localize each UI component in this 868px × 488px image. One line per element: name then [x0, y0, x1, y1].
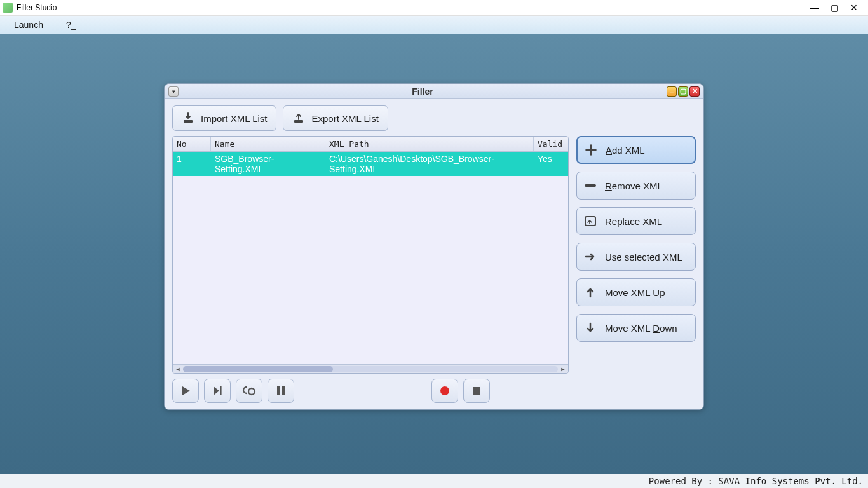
filler-window: ▾ Filler – ▢ ✕ Import XML List [164, 83, 704, 410]
col-no[interactable]: No [173, 137, 211, 151]
col-path[interactable]: XML Path [325, 137, 534, 151]
menu-help[interactable]: ?_ [66, 20, 76, 30]
window-minimize-button[interactable]: — [810, 3, 819, 13]
replace-xml-button[interactable]: Replace XML [576, 207, 696, 235]
cell-no: 1 [173, 152, 211, 176]
use-selected-xml-button[interactable]: Use selected XML [576, 243, 696, 271]
xml-table: No Name XML Path Valid 1 SGB_Browser-Set… [172, 136, 569, 374]
menu-launch[interactable]: Launch [14, 20, 43, 30]
cell-name: SGB_Browser-Setting.XML [211, 152, 325, 176]
svg-rect-5 [473, 387, 480, 395]
inner-close-button[interactable]: ✕ [689, 86, 700, 97]
svg-rect-1 [220, 386, 222, 395]
svg-rect-2 [277, 386, 280, 395]
add-xml-button[interactable]: Add XML [576, 136, 696, 164]
replace-xml-label: Replace XML [605, 216, 662, 227]
remove-xml-label: Remove XML [605, 180, 663, 191]
pause-button[interactable] [268, 379, 294, 403]
move-xml-down-button[interactable]: Move XML Down [576, 314, 696, 342]
export-xml-list-button[interactable]: Export XML List [283, 105, 388, 131]
arrow-right-icon [583, 250, 597, 264]
window-maximize-button[interactable]: ▢ [831, 3, 839, 13]
scroll-thumb[interactable] [183, 366, 333, 372]
move-down-label: Move XML Down [605, 323, 677, 334]
arrow-down-icon [583, 321, 597, 335]
svg-rect-3 [282, 386, 285, 395]
filler-title: Filler [179, 86, 667, 97]
col-valid[interactable]: Valid [534, 137, 568, 151]
move-xml-up-button[interactable]: Move XML Up [576, 278, 696, 306]
replace-icon [583, 214, 597, 228]
window-menu-icon[interactable]: ▾ [168, 86, 179, 97]
table-row[interactable]: 1 SGB_Browser-Setting.XML C:\Users\Ganes… [173, 152, 568, 176]
menubar: Launch ?_ [0, 16, 868, 34]
filler-titlebar[interactable]: ▾ Filler – ▢ ✕ [165, 84, 703, 99]
app-title: Filler Studio [17, 3, 57, 12]
scroll-left-icon[interactable]: ◄ [174, 365, 182, 373]
transport-bar [172, 379, 696, 403]
svg-point-4 [440, 386, 449, 395]
upload-icon [292, 112, 305, 125]
table-header: No Name XML Path Valid [173, 137, 568, 152]
status-text: Powered By : SAVA Info Systems Pvt. Ltd. [649, 476, 863, 486]
remove-xml-button[interactable]: Remove XML [576, 172, 696, 200]
scroll-right-icon[interactable]: ► [559, 365, 567, 373]
cell-valid: Yes [534, 152, 568, 176]
download-icon [182, 112, 194, 125]
cell-path: C:\Users\Ganesh\Desktop\SGB_Browser-Sett… [325, 152, 534, 176]
use-selected-label: Use selected XML [605, 252, 682, 262]
col-name[interactable]: Name [211, 137, 325, 151]
add-xml-label: Add XML [606, 145, 645, 156]
step-button[interactable] [204, 379, 231, 403]
arrow-up-icon [583, 285, 597, 299]
app-titlebar: Filler Studio — ▢ ✕ [0, 0, 868, 16]
app-icon [3, 3, 13, 13]
inner-minimize-button[interactable]: – [667, 86, 677, 97]
minus-icon [583, 179, 597, 193]
import-xml-list-button[interactable]: Import XML List [172, 105, 276, 131]
scroll-track[interactable] [183, 366, 558, 372]
inner-maximize-button[interactable]: ▢ [678, 86, 688, 97]
horizontal-scrollbar[interactable]: ◄ ► [173, 364, 568, 373]
plus-icon [584, 143, 598, 157]
sidebar: Add XML Remove XML Replace XML [576, 136, 696, 374]
stop-button[interactable] [463, 379, 490, 403]
status-bar: Powered By : SAVA Info Systems Pvt. Ltd. [0, 474, 868, 488]
loop-button[interactable] [236, 379, 262, 403]
export-label: Export XML List [311, 113, 378, 124]
window-close-button[interactable]: ✕ [850, 3, 858, 13]
play-button[interactable] [172, 379, 199, 403]
record-button[interactable] [431, 379, 458, 403]
import-label: Import XML List [201, 113, 267, 124]
move-up-label: Move XML Up [605, 287, 665, 298]
mdi-area: ▾ Filler – ▢ ✕ Import XML List [0, 34, 868, 474]
